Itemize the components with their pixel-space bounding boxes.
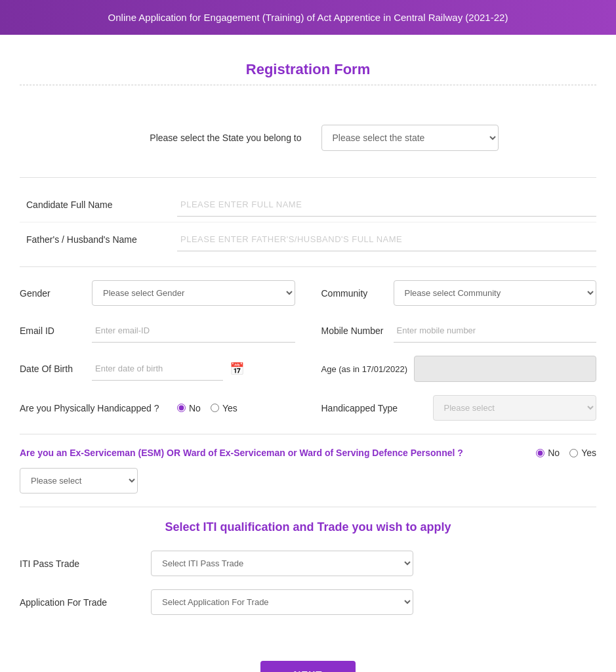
title-divider	[20, 85, 596, 85]
esm-yes-label: Yes	[581, 448, 596, 458]
esm-yes-option[interactable]: Yes	[569, 448, 596, 458]
father-name-row: Father's / Husband's Name	[20, 222, 596, 257]
dob-group: Date Of Birth 📅	[20, 357, 295, 381]
handicapped-yes-option[interactable]: Yes	[211, 403, 237, 413]
fields-section: Gender Please select Gender Community Pl…	[20, 267, 596, 434]
esm-yes-radio[interactable]	[569, 449, 578, 457]
page-header: Online Application for Engagement (Train…	[0, 0, 616, 35]
candidate-name-row: Candidate Full Name	[20, 188, 596, 222]
email-input[interactable]	[92, 319, 295, 343]
handicapped-no-option[interactable]: No	[177, 403, 201, 413]
name-section: Candidate Full Name Father's / Husband's…	[20, 178, 596, 267]
gender-label: Gender	[20, 288, 85, 299]
dob-label: Date Of Birth	[20, 364, 85, 374]
handicapped-radio-group: No Yes	[177, 403, 237, 413]
state-label: Please select the State you belong to	[118, 133, 302, 143]
father-name-input[interactable]	[177, 228, 596, 251]
age-group: Age (as in 17/01/2022)	[321, 356, 597, 382]
handicapped-group: Are you Physically Handicapped ? No Yes	[20, 403, 295, 413]
esm-question-row: Are you an Ex-Serviceman (ESM) OR Ward o…	[20, 448, 596, 458]
handicapped-yes-label: Yes	[222, 403, 237, 413]
mobile-group: Mobile Number	[321, 319, 597, 343]
candidate-name-label: Candidate Full Name	[20, 200, 164, 210]
next-section: NEXT	[20, 641, 596, 672]
handicapped-type-label: Handicapped Type	[321, 403, 426, 413]
community-select[interactable]: Please select Community	[394, 280, 597, 306]
email-label: Email ID	[20, 326, 85, 336]
handicapped-label: Are you Physically Handicapped ?	[20, 403, 171, 413]
state-select[interactable]: Please select the state	[321, 125, 499, 151]
handicapped-type-group: Handicapped Type Please select	[321, 395, 597, 421]
gender-group: Gender Please select Gender	[20, 280, 295, 306]
iti-pass-trade-select[interactable]: Select ITI Pass Trade	[151, 551, 413, 576]
esm-radio-group: No Yes	[536, 448, 596, 458]
mobile-input[interactable]	[394, 319, 597, 343]
calendar-icon[interactable]: 📅	[230, 362, 244, 376]
age-label: Age (as in 17/01/2022)	[321, 364, 408, 374]
form-title: Registration Form	[20, 61, 596, 78]
community-group: Community Please select Community	[321, 280, 597, 306]
header-title: Online Application for Engagement (Train…	[108, 12, 508, 23]
esm-no-option[interactable]: No	[536, 448, 560, 458]
email-group: Email ID	[20, 319, 295, 343]
candidate-name-input[interactable]	[177, 193, 596, 217]
mobile-label: Mobile Number	[321, 326, 387, 336]
community-label: Community	[321, 288, 387, 299]
esm-label: Are you an Ex-Serviceman (ESM) OR Ward o…	[20, 448, 523, 458]
iti-app-trade-label: Application For Trade	[20, 597, 138, 608]
handicapped-no-label: No	[189, 403, 201, 413]
esm-dropdown[interactable]: Please select	[20, 468, 138, 494]
esm-no-label: No	[548, 448, 560, 458]
state-section: Please select the State you belong to Pl…	[20, 98, 596, 178]
esm-section: Are you an Ex-Serviceman (ESM) OR Ward o…	[20, 434, 596, 507]
dob-input[interactable]	[92, 357, 223, 381]
age-display	[414, 356, 596, 382]
next-button[interactable]: NEXT	[260, 661, 355, 672]
iti-title: Select ITI qualification and Trade you w…	[20, 520, 596, 534]
gender-select[interactable]: Please select Gender	[92, 280, 295, 306]
father-name-label: Father's / Husband's Name	[20, 234, 164, 245]
iti-section: Select ITI qualification and Trade you w…	[20, 507, 596, 641]
iti-pass-trade-label: ITI Pass Trade	[20, 558, 138, 569]
esm-no-radio[interactable]	[536, 449, 544, 457]
handicapped-type-select[interactable]: Please select	[433, 395, 597, 421]
handicapped-no-radio[interactable]	[177, 404, 186, 412]
dob-input-group: 📅	[92, 357, 244, 381]
iti-pass-trade-row: ITI Pass Trade Select ITI Pass Trade	[20, 551, 596, 576]
iti-app-trade-row: Application For Trade Select Application…	[20, 589, 596, 615]
iti-app-trade-select[interactable]: Select Application For Trade	[151, 589, 413, 615]
handicapped-yes-radio[interactable]	[211, 404, 219, 412]
